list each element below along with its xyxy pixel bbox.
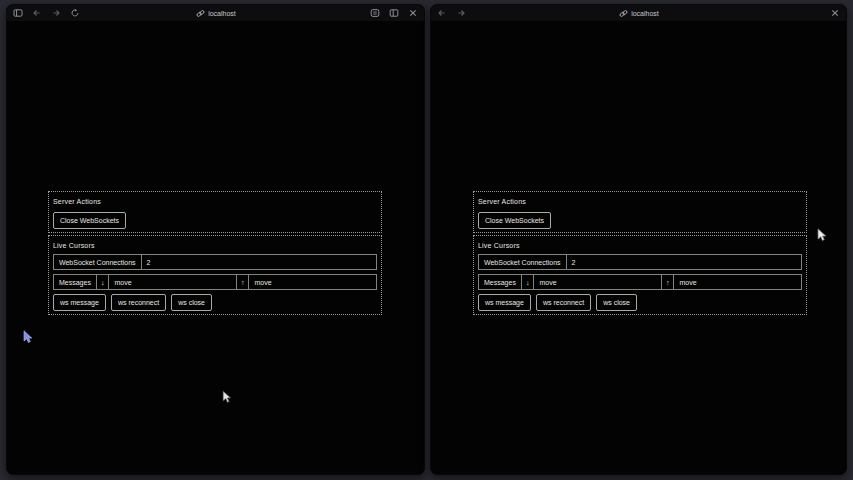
panel-area: Server Actions Close WebSockets Live Cur… xyxy=(473,191,807,317)
address-title: localhost xyxy=(431,5,846,21)
connections-row: WebSocket Connections 2 xyxy=(53,254,377,270)
arrow-up-icon: ↑ xyxy=(236,275,249,289)
tabs-icon[interactable] xyxy=(389,8,399,18)
outgoing-message-value: move xyxy=(673,275,801,289)
connections-value: 2 xyxy=(566,255,801,269)
live-cursors-panel: Live Cursors WebSocket Connections 2 Mes… xyxy=(473,235,807,315)
ws-buttons-row: ws message ws reconnect ws close xyxy=(477,294,803,311)
arrow-down-icon: ↓ xyxy=(521,275,534,289)
panel-area: Server Actions Close WebSockets Live Cur… xyxy=(48,191,382,317)
live-cursors-label: Live Cursors xyxy=(53,241,378,250)
reload-icon[interactable] xyxy=(70,8,80,18)
close-websockets-button[interactable]: Close WebSockets xyxy=(53,212,126,229)
messages-row: Messages ↓ move ↑ move xyxy=(53,274,377,290)
server-actions-panel: Server Actions Close WebSockets xyxy=(48,191,382,233)
live-cursors-panel: Live Cursors WebSocket Connections 2 Mes… xyxy=(48,235,382,315)
sidebar-toggle-icon[interactable] xyxy=(13,8,23,18)
arrow-down-icon: ↓ xyxy=(96,275,109,289)
close-websockets-button[interactable]: Close WebSockets xyxy=(478,212,551,229)
system-pointer xyxy=(222,390,232,404)
messages-row: Messages ↓ move ↑ move xyxy=(478,274,802,290)
reader-icon[interactable] xyxy=(370,8,380,18)
titlebar-left-icons xyxy=(437,8,466,18)
messages-label: Messages xyxy=(54,275,96,289)
server-actions-label: Server Actions xyxy=(478,197,803,206)
ws-message-button[interactable]: ws message xyxy=(478,294,531,311)
remote-cursor-blue xyxy=(23,330,33,344)
forward-icon[interactable] xyxy=(51,8,61,18)
browser-window-right: localhost Server Actions Close WebSocket… xyxy=(430,4,847,475)
titlebar-left-icons xyxy=(13,8,80,18)
page-content: Server Actions Close WebSockets Live Cur… xyxy=(431,21,846,474)
server-actions-panel: Server Actions Close WebSockets xyxy=(473,191,807,233)
connections-row: WebSocket Connections 2 xyxy=(478,254,802,270)
back-icon[interactable] xyxy=(437,8,447,18)
close-icon[interactable] xyxy=(408,8,418,18)
live-cursors-label: Live Cursors xyxy=(478,241,803,250)
link-icon xyxy=(618,8,628,18)
ws-message-button[interactable]: ws message xyxy=(53,294,106,311)
titlebar-right-icons xyxy=(370,8,418,18)
arrow-up-icon: ↑ xyxy=(661,275,674,289)
incoming-message-value: move xyxy=(108,275,236,289)
page-content: Server Actions Close WebSockets Live Cur… xyxy=(7,21,424,474)
titlebar[interactable]: localhost xyxy=(431,5,846,21)
server-actions-label: Server Actions xyxy=(53,197,378,206)
back-icon[interactable] xyxy=(32,8,42,18)
outgoing-message-value: move xyxy=(248,275,376,289)
forward-icon[interactable] xyxy=(456,8,466,18)
browser-window-left: localhost Server Actions Close WebSocket… xyxy=(6,4,425,475)
ws-close-button[interactable]: ws close xyxy=(596,294,637,311)
close-icon[interactable] xyxy=(830,8,840,18)
ws-buttons-row: ws message ws reconnect ws close xyxy=(52,294,378,311)
ws-close-button[interactable]: ws close xyxy=(171,294,212,311)
titlebar-right-icons xyxy=(830,8,840,18)
ws-reconnect-button[interactable]: ws reconnect xyxy=(111,294,166,311)
connections-label: WebSocket Connections xyxy=(54,255,141,269)
titlebar[interactable]: localhost xyxy=(7,5,424,21)
window-title: localhost xyxy=(631,10,659,17)
connections-value: 2 xyxy=(141,255,376,269)
link-icon xyxy=(195,8,205,18)
messages-label: Messages xyxy=(479,275,521,289)
window-title: localhost xyxy=(208,10,236,17)
ws-reconnect-button[interactable]: ws reconnect xyxy=(536,294,591,311)
connections-label: WebSocket Connections xyxy=(479,255,566,269)
incoming-message-value: move xyxy=(533,275,661,289)
remote-cursor-white xyxy=(817,228,827,242)
